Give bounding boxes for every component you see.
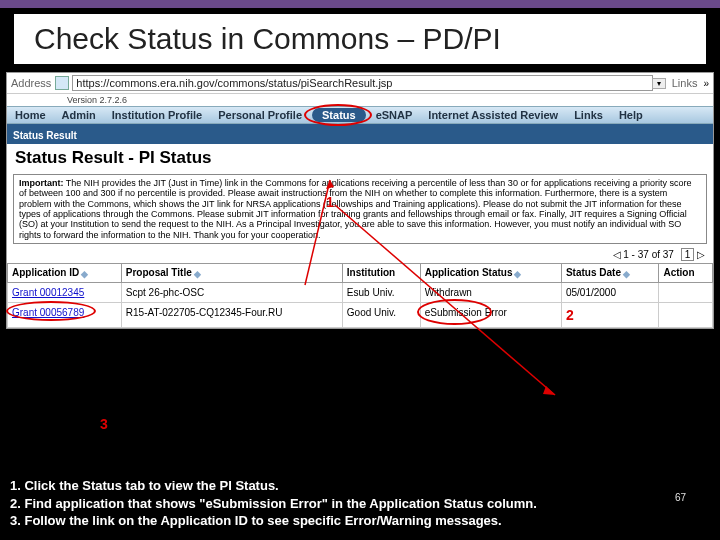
browser-window: Address https://commons.era.nih.gov/comm… xyxy=(6,72,714,329)
pager-range: 1 - 37 of 37 xyxy=(623,249,674,260)
col-institution[interactable]: Institution xyxy=(342,264,420,283)
table-row: Grant 00012345 Scpt 26-phc-OSC Esub Univ… xyxy=(8,282,713,302)
institution-cell: Good Univ. xyxy=(342,302,420,327)
application-id-link[interactable]: Grant 00012345 xyxy=(12,287,84,298)
status-cell: Withdrawn xyxy=(420,282,561,302)
table-row: Grant 00056789 R15-AT-022705-CQ12345-Fou… xyxy=(8,302,713,327)
instruction-line-3: 3. Follow the link on the Application ID… xyxy=(10,512,710,530)
pager-page[interactable]: 1 xyxy=(681,248,695,261)
sort-icon[interactable] xyxy=(514,268,521,279)
col-application-status[interactable]: Application Status xyxy=(420,264,561,283)
pager: ◁ 1 - 37 of 37 1 ▷ xyxy=(7,246,713,263)
links-label: Links xyxy=(672,77,698,89)
col-application-id[interactable]: Application ID xyxy=(8,264,122,283)
instruction-line-1: 1. Click the Status tab to view the PI S… xyxy=(10,477,710,495)
col-proposal-title[interactable]: Proposal Title xyxy=(121,264,342,283)
nav-esnap[interactable]: eSNAP xyxy=(368,107,421,123)
institution-cell: Esub Univ. xyxy=(342,282,420,302)
nav-help[interactable]: Help xyxy=(611,107,651,123)
main-nav: Home Admin Institution Profile Personal … xyxy=(7,106,713,124)
pager-prev-icon[interactable]: ◁ xyxy=(613,249,621,260)
sort-icon[interactable] xyxy=(194,268,201,279)
version-label: Version 2.7.2.6 xyxy=(7,94,713,106)
address-dropdown[interactable]: ▾ xyxy=(652,78,666,89)
nav-iar[interactable]: Internet Assisted Review xyxy=(420,107,566,123)
nav-home[interactable]: Home xyxy=(7,107,54,123)
sub-nav: Status Result xyxy=(7,124,713,144)
proposal-cell: R15-AT-022705-CQ12345-Four.RU xyxy=(121,302,342,327)
page-icon xyxy=(55,76,69,90)
nav-links[interactable]: Links xyxy=(566,107,611,123)
instruction-line-2: 2. Find application that shows "eSubmiss… xyxy=(10,495,710,513)
slide-title: Check Status in Commons – PD/PI xyxy=(14,14,706,64)
nav-institution-profile[interactable]: Institution Profile xyxy=(104,107,210,123)
subnav-status-result[interactable]: Status Result xyxy=(13,130,77,141)
col-action[interactable]: Action xyxy=(659,264,713,283)
action-cell xyxy=(659,282,713,302)
svg-marker-3 xyxy=(543,386,555,395)
date-cell: 05/01/2000 xyxy=(561,282,658,302)
application-id-link[interactable]: Grant 00056789 xyxy=(12,307,84,318)
results-table: Application ID Proposal Title Institutio… xyxy=(7,263,713,328)
slide-number: 67 xyxy=(675,491,686,505)
important-label: Important: xyxy=(19,178,64,188)
address-label: Address xyxy=(11,77,51,89)
chevron-icon[interactable]: » xyxy=(703,78,709,89)
page-heading: Status Result - PI Status xyxy=(7,144,713,172)
nav-admin[interactable]: Admin xyxy=(54,107,104,123)
address-field[interactable]: https://commons.era.nih.gov/commons/stat… xyxy=(72,75,652,91)
status-cell: eSubmission Error xyxy=(425,307,507,318)
important-notice: Important: The NIH provides the JIT (Jus… xyxy=(13,174,707,244)
proposal-cell: Scpt 26-phc-OSC xyxy=(121,282,342,302)
callout-3: 3 xyxy=(100,416,108,432)
col-status-date[interactable]: Status Date xyxy=(561,264,658,283)
sort-icon[interactable] xyxy=(623,268,630,279)
pager-next-icon[interactable]: ▷ xyxy=(697,249,705,260)
callout-2: 2 xyxy=(566,307,574,323)
sort-icon[interactable] xyxy=(81,268,88,279)
callout-1: 1 xyxy=(326,194,334,210)
important-text: The NIH provides the JIT (Just in Time) … xyxy=(19,178,691,240)
instruction-panel: 1. Click the Status tab to view the PI S… xyxy=(0,471,720,540)
action-cell xyxy=(659,302,713,327)
nav-status[interactable]: Status xyxy=(312,108,366,122)
nav-personal-profile[interactable]: Personal Profile xyxy=(210,107,310,123)
